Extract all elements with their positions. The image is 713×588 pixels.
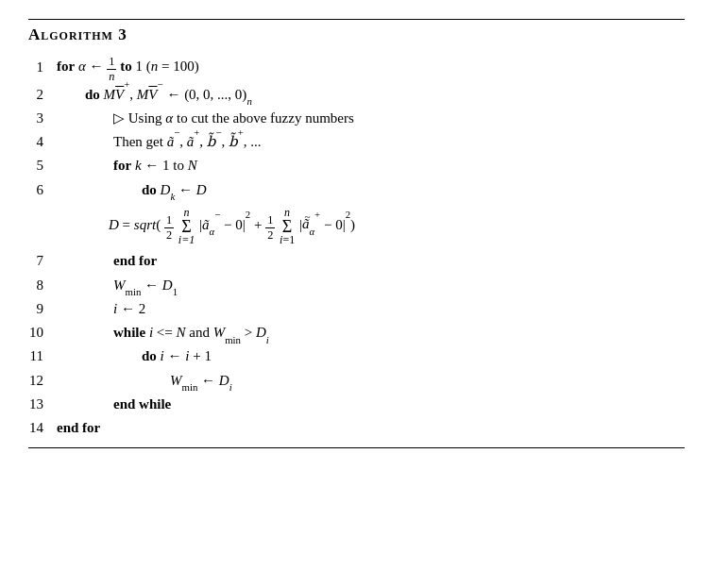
line-11: 11 do i ← i + 1 — [28, 344, 685, 368]
line-6: 6 do Dk ← D — [28, 178, 685, 202]
line-num-14: 14 — [28, 416, 57, 440]
line-content-2: do MV+, MV− ← (0, 0, ..., 0)n — [57, 83, 685, 107]
line-num-11: 11 — [28, 344, 57, 368]
line-content-1: for α ← 1 n to 1 (n = 100) — [57, 52, 685, 83]
line-4: 4 Then get ã−, ã+, b̃−, b̃+, ... — [28, 130, 685, 154]
line-content-8: Wmin ← D1 — [57, 274, 685, 297]
line-10: 10 while i <= N and Wmin > Di — [28, 321, 685, 344]
algorithm-title: Algorithm 3 — [28, 19, 685, 44]
line-9: 9 i ← 2 — [28, 297, 685, 321]
line-num-5: 5 — [28, 154, 57, 177]
line-3: 3 ▷ Using α to cut the above fuzzy numbe… — [28, 107, 685, 130]
algorithm-container: Algorithm 3 1 for α ← 1 n to 1 (n = 100) — [28, 19, 685, 448]
line-content-3: ▷ Using α to cut the above fuzzy numbers — [57, 107, 685, 130]
line-content-11: do i ← i + 1 — [57, 344, 685, 368]
line-content-4: Then get ã−, ã+, b̃−, b̃+, ... — [57, 130, 685, 154]
line-num-4: 4 — [28, 130, 57, 154]
line-num-10: 10 — [28, 321, 57, 344]
line-num-13: 13 — [28, 393, 57, 416]
line-num-7: 7 — [28, 249, 57, 273]
line-content-14: end for — [57, 416, 685, 440]
line-content-10: while i <= N and Wmin > Di — [57, 321, 685, 344]
line-num-1: 1 — [28, 52, 57, 83]
formula-content: D = sqrt( 1 2 n Σ i=1 |ãα− − 0|2 + — [57, 202, 685, 250]
formula-row: D = sqrt( 1 2 n Σ i=1 |ãα− − 0|2 + — [28, 202, 685, 250]
algorithm-body: 1 for α ← 1 n to 1 (n = 100) 2 do MV+, — [28, 52, 685, 448]
line-5: 5 for k ← 1 to N — [28, 154, 685, 177]
line-num-12: 12 — [28, 369, 57, 393]
line-7: 7 end for — [28, 249, 685, 273]
algorithm-table: 1 for α ← 1 n to 1 (n = 100) 2 do MV+, — [28, 52, 685, 440]
line-content-13: end while — [57, 393, 685, 416]
line-content-12: Wmin ← Di — [57, 369, 685, 393]
line-content-7: end for — [57, 249, 685, 273]
line-14: 14 end for — [28, 416, 685, 440]
line-num-2: 2 — [28, 83, 57, 107]
line-num-formula — [28, 202, 57, 250]
line-content-9: i ← 2 — [57, 297, 685, 321]
line-num-8: 8 — [28, 274, 57, 297]
line-8: 8 Wmin ← D1 — [28, 274, 685, 297]
line-2: 2 do MV+, MV− ← (0, 0, ..., 0)n — [28, 83, 685, 107]
line-12: 12 Wmin ← Di — [28, 369, 685, 393]
line-content-6: do Dk ← D — [57, 178, 685, 202]
line-13: 13 end while — [28, 393, 685, 416]
line-num-6: 6 — [28, 178, 57, 202]
line-content-5: for k ← 1 to N — [57, 154, 685, 177]
line-num-3: 3 — [28, 107, 57, 130]
line-num-9: 9 — [28, 297, 57, 321]
